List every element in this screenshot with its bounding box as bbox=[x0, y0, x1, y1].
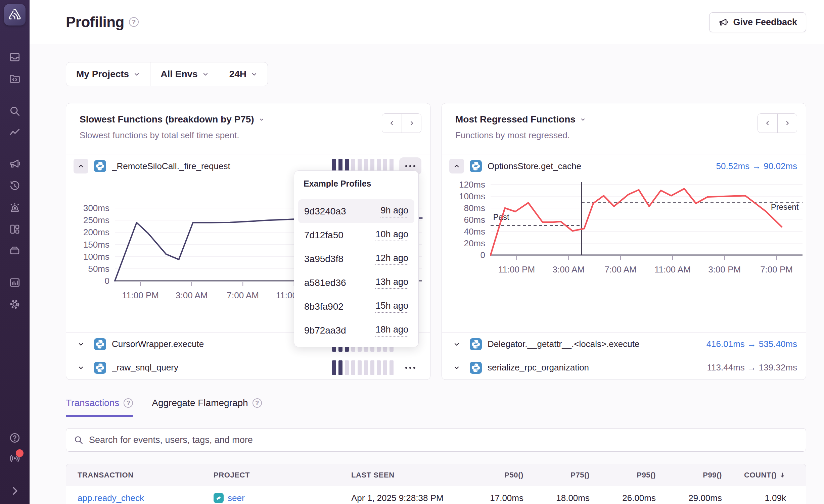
transactions-help-icon[interactable]: ? bbox=[124, 398, 133, 408]
profile-item[interactable]: 9b72aa3d 18h ago bbox=[298, 318, 414, 342]
table-header-row: TRANSACTION PROJECT LAST SEEN P50() P75(… bbox=[66, 464, 806, 486]
chevron-down-icon bbox=[133, 71, 140, 78]
regression-delta-link[interactable]: 50.52ms→90.02ms bbox=[716, 161, 797, 171]
transaction-link[interactable]: app.ready_check bbox=[66, 493, 202, 503]
column-header-p75[interactable]: P75() bbox=[523, 471, 590, 480]
svg-text:50ms: 50ms bbox=[88, 264, 109, 274]
give-feedback-label: Give Feedback bbox=[733, 17, 797, 28]
dropdown-title: Example Profiles bbox=[294, 171, 418, 195]
prev-page-button[interactable] bbox=[758, 114, 777, 133]
p95-cell: 26.00ms bbox=[590, 493, 656, 503]
expand-button[interactable] bbox=[74, 360, 88, 375]
nav-issues-icon[interactable] bbox=[8, 51, 21, 63]
most-regressed-subtitle: Functions by most regressed. bbox=[455, 130, 797, 141]
svg-text:3:00 PM: 3:00 PM bbox=[708, 264, 741, 274]
profile-item[interactable]: 9d3240a3 9h ago bbox=[298, 199, 414, 223]
svg-text:120ms: 120ms bbox=[459, 180, 485, 190]
project-link[interactable]: seer bbox=[228, 493, 245, 503]
tab-transactions[interactable]: Transactions ? bbox=[66, 398, 133, 417]
date-range-filter[interactable]: 24H bbox=[219, 62, 268, 86]
nav-releases-icon[interactable] bbox=[8, 244, 21, 257]
nav-alerts-icon[interactable] bbox=[8, 201, 21, 214]
nav-stats-icon[interactable] bbox=[8, 276, 21, 289]
chevron-down-icon bbox=[453, 341, 460, 348]
column-header-last-seen[interactable]: LAST SEEN bbox=[340, 471, 457, 480]
more-options-button[interactable] bbox=[399, 359, 421, 376]
column-header-p95[interactable]: P95() bbox=[590, 471, 656, 480]
column-header-p50[interactable]: P50() bbox=[457, 471, 523, 480]
last-seen-cell: Apr 1, 2025 9:28:38 PM bbox=[340, 493, 457, 503]
nav-projects-icon[interactable] bbox=[8, 72, 21, 85]
project-filter[interactable]: My Projects bbox=[66, 62, 150, 86]
profile-age-link[interactable]: 9h ago bbox=[380, 205, 408, 217]
give-feedback-button[interactable]: Give Feedback bbox=[709, 12, 806, 32]
svg-text:7:00 AM: 7:00 AM bbox=[227, 290, 259, 300]
help-icon[interactable] bbox=[8, 432, 21, 444]
collapse-button[interactable] bbox=[449, 159, 464, 173]
most-regressed-title-select[interactable]: Most Regressed Functions bbox=[455, 114, 797, 125]
profile-age-link[interactable]: 18h ago bbox=[375, 324, 408, 337]
p99-cell: 29.00ms bbox=[656, 493, 722, 503]
whats-new-icon[interactable] bbox=[8, 452, 21, 465]
function-name: CursorWrapper.execute bbox=[112, 339, 204, 349]
profile-age-link[interactable]: 10h ago bbox=[375, 229, 408, 241]
slowest-functions-subtitle: Slowest functions by total self time spe… bbox=[80, 130, 421, 141]
svg-text:Present: Present bbox=[771, 202, 799, 211]
slowest-pager bbox=[382, 113, 421, 133]
column-header-p99[interactable]: P99() bbox=[656, 471, 722, 480]
flamegraph-help-icon[interactable]: ? bbox=[253, 398, 262, 408]
svg-text:60ms: 60ms bbox=[464, 215, 485, 225]
nav-search-icon[interactable] bbox=[8, 105, 21, 117]
next-page-button[interactable] bbox=[777, 114, 797, 133]
profile-item[interactable]: 3a95d3f8 12h ago bbox=[298, 247, 414, 271]
sentry-logo[interactable] bbox=[4, 4, 26, 26]
view-tabs: Transactions ? Aggregate Flamegraph ? bbox=[66, 398, 806, 417]
arrow-right-icon: → bbox=[745, 339, 759, 349]
page-help-icon[interactable]: ? bbox=[129, 17, 139, 27]
nav-dashboards-icon[interactable] bbox=[8, 223, 21, 236]
environment-filter[interactable]: All Envs bbox=[150, 62, 219, 86]
project-cell: seer bbox=[202, 493, 340, 503]
slowest-functions-title-select[interactable]: Slowest Functions (breakdown by P75) bbox=[80, 114, 421, 125]
arrow-right-icon: → bbox=[745, 362, 759, 372]
chevron-down-icon bbox=[251, 71, 258, 78]
page-header: Profiling ? Give Feedback bbox=[30, 0, 824, 44]
profile-age-link[interactable]: 15h ago bbox=[375, 301, 408, 313]
function-row: OptionsStore.get_cache 50.52ms→90.02ms bbox=[442, 154, 806, 178]
profile-item[interactable]: 7d12fa50 10h ago bbox=[298, 223, 414, 247]
tab-aggregate-flamegraph[interactable]: Aggregate Flamegraph ? bbox=[152, 398, 262, 417]
column-header-count[interactable]: COUNT() bbox=[722, 471, 796, 480]
nav-performance-icon[interactable] bbox=[8, 127, 21, 139]
next-page-button[interactable] bbox=[402, 114, 421, 133]
filter-bar: My Projects All Envs 24H bbox=[66, 62, 268, 86]
nav-replays-icon[interactable] bbox=[8, 180, 21, 192]
function-row: Delegator.__getattr__.<locals>.execute 4… bbox=[442, 332, 806, 356]
regression-delta-link[interactable]: 416.01ms→535.40ms bbox=[706, 339, 797, 349]
collapse-button[interactable] bbox=[74, 159, 88, 173]
chevron-down-icon bbox=[77, 364, 85, 371]
nav-settings-icon[interactable] bbox=[8, 298, 21, 311]
column-header-transaction[interactable]: TRANSACTION bbox=[66, 471, 202, 480]
regressed-chart-zone: 020ms40ms60ms80ms100ms120ms11:00 PM3:00 … bbox=[442, 178, 806, 332]
column-header-project[interactable]: PROJECT bbox=[202, 471, 340, 480]
p50-cell: 17.00ms bbox=[457, 493, 523, 503]
function-name: serialize_rpc_organization bbox=[488, 362, 589, 373]
profile-item[interactable]: 8b3fa902 15h ago bbox=[298, 295, 414, 318]
expand-button[interactable] bbox=[449, 337, 464, 352]
sidebar-expand-icon[interactable] bbox=[8, 485, 21, 497]
expand-button[interactable] bbox=[449, 360, 464, 375]
notification-dot bbox=[16, 449, 24, 457]
profile-age-link[interactable]: 13h ago bbox=[375, 277, 408, 289]
prev-page-button[interactable] bbox=[382, 114, 402, 133]
python-icon bbox=[94, 362, 106, 374]
profile-item[interactable]: a581ed36 13h ago bbox=[298, 271, 414, 295]
active-tab-underline bbox=[66, 415, 133, 417]
svg-text:250ms: 250ms bbox=[83, 215, 109, 225]
search-input[interactable] bbox=[89, 435, 798, 445]
svg-text:0: 0 bbox=[480, 250, 485, 260]
expand-button[interactable] bbox=[74, 337, 88, 352]
python-icon bbox=[94, 160, 106, 172]
nav-feedback-icon[interactable] bbox=[8, 158, 21, 170]
profile-age-link[interactable]: 12h ago bbox=[375, 253, 408, 265]
python-icon bbox=[470, 338, 482, 350]
